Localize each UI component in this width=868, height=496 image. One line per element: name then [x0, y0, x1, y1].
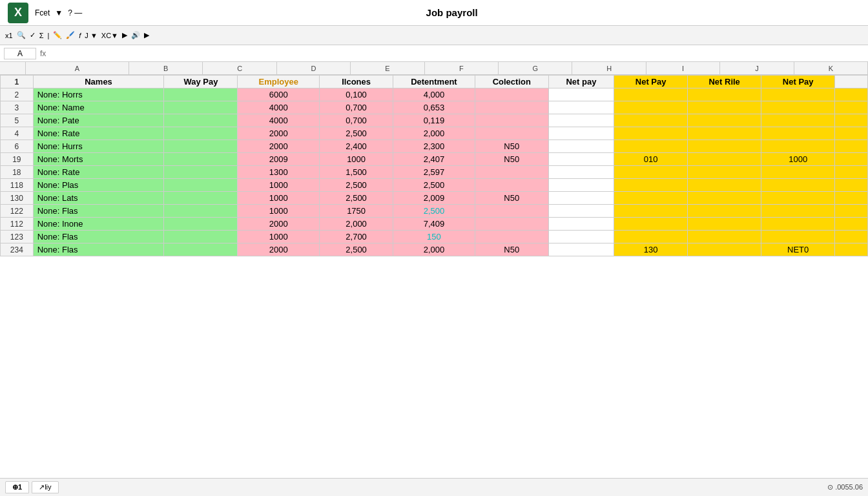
cell[interactable] — [688, 243, 761, 256]
cell[interactable]: NET0 — [761, 243, 835, 256]
toolbar-vol[interactable]: 🔊 — [131, 31, 140, 39]
toolbar-nav[interactable]: ▶ — [144, 31, 149, 39]
cell[interactable] — [475, 114, 548, 127]
col-h-header[interactable]: H — [572, 62, 646, 74]
cell[interactable] — [761, 88, 835, 101]
toolbar-j[interactable]: J ▼ — [85, 32, 97, 39]
cell[interactable] — [475, 101, 548, 114]
cell[interactable] — [614, 218, 688, 231]
cell[interactable] — [548, 205, 614, 218]
cell[interactable] — [614, 192, 688, 205]
cell[interactable] — [614, 101, 688, 114]
cell[interactable]: 2,000 — [393, 243, 475, 256]
cell[interactable] — [548, 114, 614, 127]
cell[interactable] — [164, 127, 238, 140]
col-j-header[interactable]: J — [720, 62, 794, 74]
cell[interactable] — [614, 127, 688, 140]
cell[interactable] — [475, 231, 548, 243]
cell[interactable] — [475, 88, 548, 101]
toolbar-pencil[interactable]: ✏️ — [53, 31, 62, 39]
cell[interactable]: 2,500 — [320, 127, 393, 140]
cell[interactable] — [761, 114, 835, 127]
cell[interactable]: N50 — [475, 153, 548, 166]
toolbar-search[interactable]: 🔍 — [17, 31, 26, 39]
cell[interactable] — [475, 218, 548, 231]
cell[interactable] — [761, 140, 835, 153]
cell[interactable]: None: Horrs — [33, 88, 164, 101]
cell[interactable]: 1000 — [238, 192, 320, 205]
toolbar-arrow2[interactable]: ▶ — [122, 31, 127, 39]
cell[interactable]: 1000 — [238, 231, 320, 243]
cell[interactable] — [835, 205, 868, 218]
cell[interactable]: 0,653 — [393, 101, 475, 114]
cell[interactable] — [688, 231, 761, 243]
cell[interactable]: None: Name — [33, 101, 164, 114]
cell[interactable] — [835, 179, 868, 192]
cell[interactable] — [164, 179, 238, 192]
cell[interactable]: None: Flas — [33, 231, 164, 243]
cell[interactable] — [548, 88, 614, 101]
cell[interactable]: 2,500 — [320, 179, 393, 192]
col-c-header[interactable]: C — [203, 62, 276, 74]
cell[interactable]: 6000 — [238, 88, 320, 101]
col-g-header[interactable]: G — [499, 62, 572, 74]
cell[interactable] — [761, 127, 835, 140]
toolbar-check[interactable]: ✓ — [30, 31, 36, 39]
cell[interactable] — [475, 205, 548, 218]
cell[interactable] — [688, 101, 761, 114]
cell[interactable]: 2,500 — [393, 205, 475, 218]
cell[interactable] — [761, 192, 835, 205]
cell[interactable]: 2,407 — [393, 153, 475, 166]
cell[interactable] — [835, 231, 868, 243]
cell[interactable] — [761, 205, 835, 218]
cell[interactable] — [475, 127, 548, 140]
cell[interactable]: 1,500 — [320, 166, 393, 179]
cell[interactable] — [761, 166, 835, 179]
cell[interactable] — [835, 114, 868, 127]
cell[interactable]: 130 — [614, 243, 688, 256]
cell[interactable] — [548, 166, 614, 179]
cell[interactable] — [614, 114, 688, 127]
toolbar-xc[interactable]: XC▼ — [101, 32, 118, 39]
cell[interactable]: 2,500 — [320, 192, 393, 205]
cell[interactable] — [688, 218, 761, 231]
col-i-header[interactable]: I — [646, 62, 720, 74]
cell[interactable]: N50 — [475, 140, 548, 153]
cell[interactable] — [475, 179, 548, 192]
cell[interactable] — [164, 114, 238, 127]
cell[interactable] — [835, 218, 868, 231]
cell[interactable] — [548, 231, 614, 243]
formula-input[interactable] — [50, 49, 864, 58]
cell[interactable] — [164, 192, 238, 205]
cell[interactable] — [164, 88, 238, 101]
cell[interactable]: 2,500 — [393, 179, 475, 192]
cell[interactable] — [164, 153, 238, 166]
cell[interactable] — [835, 153, 868, 166]
cell[interactable] — [614, 140, 688, 153]
toolbar-sigma[interactable]: Σ — [39, 32, 44, 39]
toolbar-fcet[interactable]: Fcet — [35, 8, 50, 17]
cell[interactable] — [548, 192, 614, 205]
cell[interactable] — [164, 101, 238, 114]
cell[interactable]: 2000 — [238, 127, 320, 140]
cell[interactable] — [164, 218, 238, 231]
cell[interactable]: None: Lats — [33, 192, 164, 205]
cell[interactable] — [164, 140, 238, 153]
cell[interactable]: 1000 — [238, 205, 320, 218]
cell[interactable]: 2,597 — [393, 166, 475, 179]
cell[interactable]: N50 — [475, 192, 548, 205]
toolbar-help[interactable]: ? — — [68, 8, 82, 17]
cell[interactable] — [475, 166, 548, 179]
cell[interactable] — [688, 205, 761, 218]
cell[interactable] — [688, 88, 761, 101]
cell[interactable]: 1750 — [320, 205, 393, 218]
cell[interactable] — [835, 192, 868, 205]
cell[interactable] — [548, 218, 614, 231]
cell[interactable] — [761, 179, 835, 192]
cell[interactable] — [761, 218, 835, 231]
cell[interactable] — [548, 179, 614, 192]
cell[interactable] — [688, 114, 761, 127]
cell[interactable] — [688, 192, 761, 205]
col-k-header[interactable]: K — [794, 62, 868, 74]
cell[interactable]: 0,100 — [320, 88, 393, 101]
